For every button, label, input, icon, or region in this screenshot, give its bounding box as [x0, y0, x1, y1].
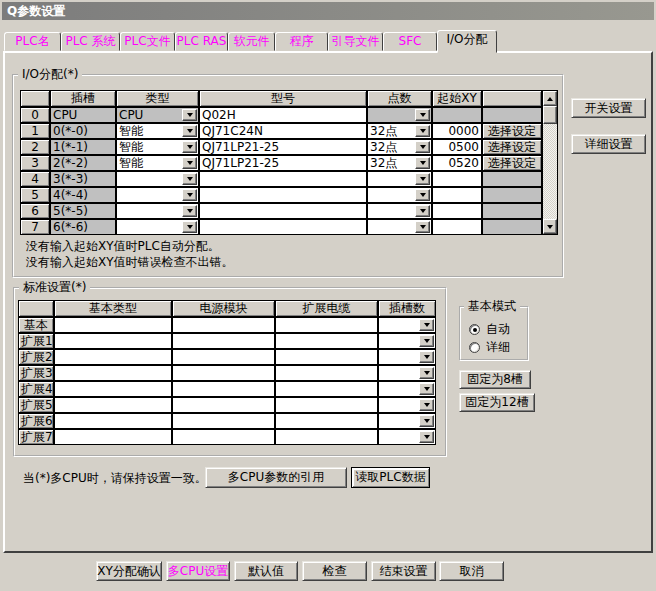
ext-cable-cell[interactable]: [275, 429, 378, 445]
row-header-button[interactable]: 扩展3: [18, 365, 54, 381]
ext-cable-cell[interactable]: [275, 397, 378, 413]
type-dropdown[interactable]: [116, 171, 199, 187]
base-mode-option-detail[interactable]: 详细: [469, 339, 510, 356]
scroll-down-button[interactable]: [543, 219, 557, 234]
power-module-cell[interactable]: [172, 413, 275, 429]
points-dropdown[interactable]: [367, 171, 432, 187]
row-header-button[interactable]: 扩展4: [18, 381, 54, 397]
slot-count-dropdown[interactable]: [378, 333, 436, 349]
dropdown-arrow-icon[interactable]: [415, 221, 430, 233]
cancel-button[interactable]: 取消: [439, 561, 504, 581]
base-type-cell[interactable]: [54, 429, 172, 445]
dropdown-arrow-icon[interactable]: [182, 157, 197, 169]
row-header-button[interactable]: 基本: [18, 317, 54, 333]
base-type-cell[interactable]: [54, 349, 172, 365]
model-input[interactable]: [199, 219, 367, 235]
dropdown-arrow-icon[interactable]: [182, 125, 197, 137]
row-select-button[interactable]: 0: [20, 107, 50, 123]
points-dropdown[interactable]: 32点: [367, 155, 432, 171]
dropdown-arrow-icon[interactable]: [415, 173, 430, 185]
dropdown-arrow-icon[interactable]: [419, 319, 434, 331]
type-dropdown[interactable]: 智能: [116, 123, 199, 139]
slot-count-dropdown[interactable]: [378, 429, 436, 445]
row-header-button[interactable]: 扩展2: [18, 349, 54, 365]
check-button[interactable]: 检查: [302, 561, 367, 581]
dropdown-arrow-icon[interactable]: [419, 367, 434, 379]
tab-io-assignment[interactable]: I/O分配: [437, 30, 497, 53]
power-module-cell[interactable]: [172, 397, 275, 413]
dropdown-arrow-icon[interactable]: [415, 205, 430, 217]
model-input[interactable]: [199, 187, 367, 203]
dropdown-arrow-icon[interactable]: [419, 351, 434, 363]
radio-unchecked-icon[interactable]: [469, 342, 480, 353]
dropdown-arrow-icon[interactable]: [182, 141, 197, 153]
tab-sfc[interactable]: SFC: [383, 32, 437, 51]
tab-plc-system[interactable]: PLC 系统: [61, 32, 120, 51]
start-xy-input[interactable]: [432, 187, 482, 203]
points-dropdown[interactable]: 32点: [367, 139, 432, 155]
base-type-cell[interactable]: [54, 397, 172, 413]
radio-checked-icon[interactable]: [469, 324, 480, 335]
power-module-cell[interactable]: [172, 317, 275, 333]
type-dropdown[interactable]: 智能: [116, 139, 199, 155]
read-plc-data-button[interactable]: 读取PLC数据: [351, 467, 430, 488]
slot-count-dropdown[interactable]: [378, 397, 436, 413]
row-header-button[interactable]: 扩展7: [18, 429, 54, 445]
row-select-button[interactable]: 7: [20, 219, 50, 235]
dropdown-arrow-icon[interactable]: [419, 415, 434, 427]
ext-cable-cell[interactable]: [275, 413, 378, 429]
fix-8-slot-button[interactable]: 固定为8槽: [459, 370, 531, 389]
row-header-button[interactable]: 扩展6: [18, 413, 54, 429]
row-header-button[interactable]: 扩展5: [18, 397, 54, 413]
row-select-button[interactable]: 2: [20, 139, 50, 155]
tab-device[interactable]: 软元件: [228, 32, 275, 51]
dropdown-arrow-icon[interactable]: [415, 109, 430, 121]
dropdown-arrow-icon[interactable]: [419, 431, 434, 443]
dropdown-arrow-icon[interactable]: [182, 205, 197, 217]
dropdown-arrow-icon[interactable]: [182, 109, 197, 121]
tab-boot-file[interactable]: 引导文件: [328, 32, 383, 51]
points-dropdown[interactable]: [367, 107, 432, 123]
ext-cable-cell[interactable]: [275, 381, 378, 397]
base-mode-option-auto[interactable]: 自动: [469, 321, 510, 338]
power-module-cell[interactable]: [172, 365, 275, 381]
select-setting-button[interactable]: 选择设定: [482, 155, 542, 171]
model-input[interactable]: [199, 203, 367, 219]
dropdown-arrow-icon[interactable]: [182, 189, 197, 201]
ext-cable-cell[interactable]: [275, 333, 378, 349]
slot-count-dropdown[interactable]: [378, 317, 436, 333]
start-xy-input[interactable]: 0000: [432, 123, 482, 139]
model-input[interactable]: Q02H: [199, 107, 367, 123]
model-input[interactable]: QJ71LP21-25: [199, 155, 367, 171]
slot-count-dropdown[interactable]: [378, 413, 436, 429]
row-select-button[interactable]: 1: [20, 123, 50, 139]
type-dropdown[interactable]: CPU: [116, 107, 199, 123]
select-setting-button[interactable]: 选择设定: [482, 139, 542, 155]
points-dropdown[interactable]: 32点: [367, 123, 432, 139]
type-dropdown[interactable]: 智能: [116, 155, 199, 171]
power-module-cell[interactable]: [172, 381, 275, 397]
points-dropdown[interactable]: [367, 203, 432, 219]
points-dropdown[interactable]: [367, 219, 432, 235]
model-input[interactable]: [199, 171, 367, 187]
model-input[interactable]: QJ71C24N: [199, 123, 367, 139]
dropdown-arrow-icon[interactable]: [415, 125, 430, 137]
start-xy-input[interactable]: 0520: [432, 155, 482, 171]
type-dropdown[interactable]: [116, 203, 199, 219]
default-value-button[interactable]: 默认值: [234, 561, 298, 581]
ext-cable-cell[interactable]: [275, 365, 378, 381]
type-dropdown[interactable]: [116, 219, 199, 235]
ext-cable-cell[interactable]: [275, 349, 378, 365]
points-dropdown[interactable]: [367, 187, 432, 203]
base-type-cell[interactable]: [54, 333, 172, 349]
row-select-button[interactable]: 4: [20, 171, 50, 187]
power-module-cell[interactable]: [172, 333, 275, 349]
tab-program[interactable]: 程序: [275, 32, 328, 51]
dropdown-arrow-icon[interactable]: [419, 383, 434, 395]
model-input[interactable]: QJ71LP21-25: [199, 139, 367, 155]
row-select-button[interactable]: 5: [20, 187, 50, 203]
dropdown-arrow-icon[interactable]: [182, 173, 197, 185]
scroll-thumb[interactable]: [543, 106, 557, 124]
dropdown-arrow-icon[interactable]: [419, 335, 434, 347]
tab-plc-name[interactable]: PLC名: [4, 32, 61, 51]
